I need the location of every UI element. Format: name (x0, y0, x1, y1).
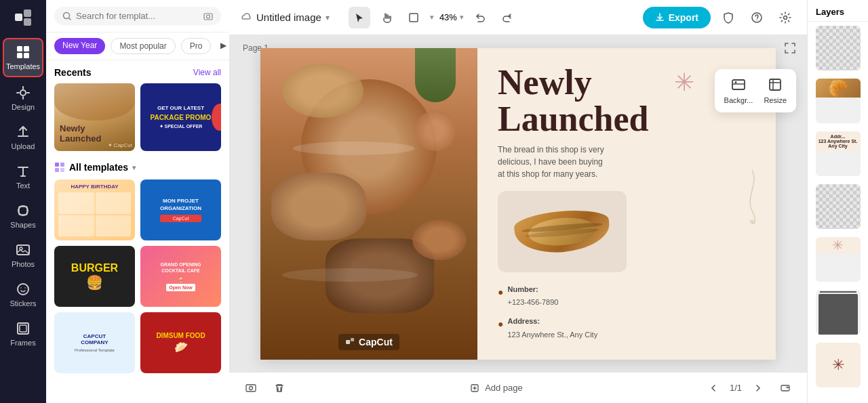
background-icon (731, 77, 746, 92)
help-button[interactable] (746, 7, 768, 28)
layer-item-1[interactable] (816, 26, 861, 70)
topbar: Untitled image ▾ ▾ (229, 0, 807, 35)
add-page-button[interactable]: Add page (298, 383, 694, 393)
sidebar-item-templates[interactable]: Templates (3, 38, 43, 77)
layer-item-3[interactable]: Addr...123 Anywhere St.Any City (816, 131, 861, 176)
frame-chevron-icon[interactable]: ▾ (430, 13, 434, 22)
layer-checkered-2 (816, 184, 861, 229)
select-tool-button[interactable] (349, 7, 370, 28)
sidebar-item-photos[interactable]: Photos (3, 237, 43, 274)
recents-section-header: Recents View all (54, 67, 221, 78)
svg-rect-28 (346, 340, 350, 344)
zoom-control[interactable]: 43% ▾ (439, 12, 464, 22)
svg-point-12 (18, 284, 28, 295)
svg-rect-10 (17, 245, 29, 255)
address-value: 123 Anywhere St., Any City (507, 328, 597, 342)
view-all-link[interactable]: View all (193, 68, 221, 77)
frame-tool-button[interactable] (403, 7, 425, 28)
tag-more-icon[interactable]: ▶ (216, 38, 229, 54)
add-page-icon (470, 383, 479, 393)
svg-rect-29 (351, 338, 354, 341)
screenshot-button[interactable] (240, 377, 262, 399)
sidebar-item-design[interactable]: Design (3, 80, 43, 116)
search-box[interactable] (54, 7, 221, 25)
redo-button[interactable] (496, 7, 518, 28)
layer-star-preview: ✳ (816, 237, 861, 253)
cloud-icon (240, 12, 252, 24)
sidebar-item-upload[interactable]: Upload (3, 119, 43, 156)
topbar-tools: ▾ 43% ▾ (349, 7, 635, 28)
svg-rect-6 (24, 53, 29, 58)
title-chevron-icon[interactable]: ▾ (326, 13, 330, 22)
layer-item-6[interactable] (816, 290, 861, 335)
page-count: 1/1 (730, 383, 742, 393)
sidebar-design-label: Design (12, 103, 35, 111)
expand-button[interactable] (774, 377, 796, 399)
delete-button[interactable] (269, 377, 290, 399)
svg-rect-27 (770, 79, 781, 90)
layers-header: Layers (808, 0, 868, 22)
search-input[interactable] (76, 11, 199, 21)
tag-popular[interactable]: Most popular (111, 38, 175, 54)
panel-tags-area: New Year Most popular Pro ▶ (46, 33, 229, 60)
template-dimsum[interactable]: DIMSUM FOOD 🥟 (140, 312, 221, 373)
capcut-text: CapCut (359, 337, 393, 347)
page-navigation: 1/1 (703, 377, 769, 399)
bottom-right-nav: 1/1 (703, 377, 796, 399)
template-org[interactable]: MON PROJETORGANIZATION CapCut (140, 179, 221, 240)
svg-rect-34 (781, 385, 789, 391)
layer-item-2[interactable]: 🥐 (816, 79, 861, 123)
resize-label: Resize (764, 96, 787, 104)
sidebar-text-label: Text (16, 182, 30, 190)
sidebar-item-text[interactable]: Text (3, 158, 43, 195)
template-capcut[interactable]: CAPCUTCOMPANY Professional Template (54, 312, 135, 373)
title-line2: Launched (498, 100, 649, 138)
canvas-frame: CapCut ✳ Newly Launched The bread in thi… (260, 48, 776, 360)
next-page-button[interactable] (747, 377, 769, 399)
sidebar-shapes-label: Shapes (10, 221, 35, 229)
svg-rect-22 (410, 14, 418, 22)
zoom-chevron-icon[interactable]: ▾ (460, 13, 464, 22)
recent-card-promo[interactable]: GET OUR LATEST PACKAGE PROMO ✦ SPECIAL O… (140, 83, 221, 151)
shield-button[interactable] (717, 7, 739, 28)
sidebar-item-stickers[interactable]: Stickers (3, 276, 43, 313)
recent-card-bakery[interactable]: NewlyLaunched ✦ CapCut (54, 83, 135, 151)
search-icon (62, 12, 72, 21)
template-cocktail[interactable]: GRAND OPENINGCOCKTAIL CAFE 🍹 Open Now (140, 246, 221, 307)
tag-pro[interactable]: Pro (181, 38, 212, 54)
app-logo[interactable] (11, 5, 35, 30)
layer-separator-preview (820, 291, 856, 293)
svg-rect-25 (732, 80, 745, 89)
number-label: Number: (507, 283, 558, 297)
background-button[interactable]: Backgr... (724, 77, 753, 104)
settings-button[interactable] (774, 7, 796, 28)
prev-page-button[interactable] (703, 377, 724, 399)
all-templates-header[interactable]: All templates ▾ (54, 162, 221, 173)
canvas-photo-area[interactable]: CapCut (260, 48, 477, 360)
camera-icon (203, 12, 213, 21)
sidebar-item-frames[interactable]: Frames (3, 316, 43, 352)
export-button[interactable]: Export (643, 7, 711, 28)
contact-number: ● Number: +123-456-7890 (498, 283, 762, 310)
sidebar-templates-label: Templates (6, 62, 40, 70)
panel-scroll-area: Recents View all NewlyLaunched ✦ CapCut … (46, 60, 229, 403)
template-burger[interactable]: BURGER 🍔 (54, 246, 135, 307)
undo-button[interactable] (469, 7, 491, 28)
canvas-croissant-image[interactable] (498, 191, 627, 272)
sidebar-upload-label: Upload (12, 142, 35, 150)
layer-item-7[interactable]: ✳ (816, 343, 861, 387)
svg-point-17 (207, 15, 210, 18)
layer-item-5[interactable]: ✳ (816, 237, 861, 282)
sidebar-item-shapes[interactable]: Shapes (3, 198, 43, 234)
recents-label: Recents (54, 67, 91, 78)
layer-item-4[interactable] (816, 184, 861, 229)
main-area: Untitled image ▾ ▾ (229, 0, 807, 403)
tag-new-year[interactable]: New Year (54, 38, 105, 54)
hand-tool-button[interactable] (376, 7, 397, 28)
template-birthday[interactable]: HAPPY BIRTHDAY (54, 179, 135, 240)
document-title[interactable]: Untitled image (256, 12, 321, 23)
title-area: Untitled image ▾ (240, 12, 330, 24)
recents-grid: NewlyLaunched ✦ CapCut GET OUR LATEST PA… (54, 83, 221, 151)
resize-button[interactable]: Resize (764, 77, 787, 104)
fullscreen-icon[interactable] (784, 42, 796, 56)
